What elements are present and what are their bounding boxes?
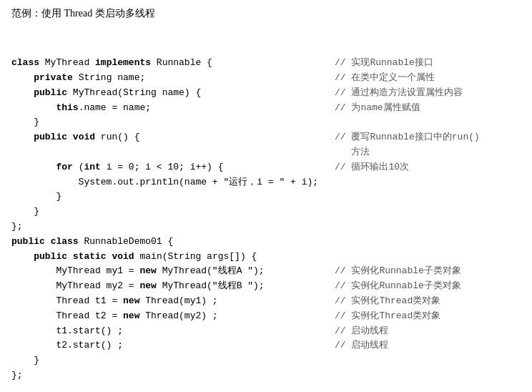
code-comment: // 启动线程 xyxy=(335,324,521,339)
code-comment: // 在类中定义一个属性 xyxy=(335,71,521,86)
table-row: class MyThread implements Runnable {// 实… xyxy=(11,56,521,71)
table-row: public void run() {// 覆写Runnable接口中的run(… xyxy=(11,130,521,145)
code-comment: // 实例化Thread类对象 xyxy=(335,309,521,324)
table-row: } xyxy=(11,205,521,220)
table-row: } xyxy=(11,115,521,130)
table-row: t2.start() ;// 启动线程 xyxy=(11,338,521,353)
table-row: private String name;// 在类中定义一个属性 xyxy=(11,71,521,86)
table-row: Thread t2 = new Thread(my2) ;// 实例化Threa… xyxy=(11,309,521,324)
code-comment: // 实例化Runnable子类对象 xyxy=(335,279,521,294)
code-comment: // 实现Runnable接口 xyxy=(335,56,521,71)
code-comment xyxy=(335,115,521,130)
code-comment: // 实例化Runnable子类对象 xyxy=(335,264,521,279)
code-comment: // 循环输出10次 xyxy=(335,160,521,175)
code-comment xyxy=(335,190,521,205)
table-row: }; xyxy=(11,220,521,235)
code-comment: // 覆写Runnable接口中的run() xyxy=(335,130,521,145)
code-comment xyxy=(335,235,521,250)
table-row: } xyxy=(11,190,521,205)
code-comment xyxy=(335,353,521,368)
table-row: 方法 xyxy=(11,145,521,160)
code-comment xyxy=(335,220,521,235)
table-row: public class RunnableDemo01 { xyxy=(11,235,521,250)
page-title: 范例：使用 Thread 类启动多线程 xyxy=(11,7,521,20)
table-row: this.name = name;// 为name属性赋值 xyxy=(11,101,521,116)
code-comment xyxy=(335,368,521,383)
code-comment: 方法 xyxy=(335,145,521,160)
table-row: }; xyxy=(11,368,521,383)
table-row: public MyThread(String name) {// 通过构造方法设… xyxy=(11,86,521,101)
code-comment: // 通过构造方法设置属性内容 xyxy=(335,86,521,101)
code-comment xyxy=(335,250,521,265)
table-row: for (int i = 0; i < 10; i++) {// 循环输出10次 xyxy=(11,160,521,175)
code-block: class MyThread implements Runnable {// 实… xyxy=(11,27,521,392)
table-row: } xyxy=(11,353,521,368)
table-row: public static void main(String args[]) { xyxy=(11,250,521,265)
table-row: MyThread my2 = new MyThread("线程B ");// 实… xyxy=(11,279,521,294)
table-row: System.out.println(name + "运行，i = " + i)… xyxy=(11,175,521,190)
table-row: MyThread my1 = new MyThread("线程A ");// 实… xyxy=(11,264,521,279)
code-comment: // 实例化Thread类对象 xyxy=(335,294,521,309)
code-comment xyxy=(335,175,521,190)
code-table: class MyThread implements Runnable {// 实… xyxy=(11,56,521,383)
code-comment: // 为name属性赋值 xyxy=(335,101,521,116)
table-row: Thread t1 = new Thread(my1) ;// 实例化Threa… xyxy=(11,294,521,309)
code-comment xyxy=(335,205,521,220)
table-row: t1.start() ;// 启动线程 xyxy=(11,324,521,339)
code-comment: // 启动线程 xyxy=(335,338,521,353)
